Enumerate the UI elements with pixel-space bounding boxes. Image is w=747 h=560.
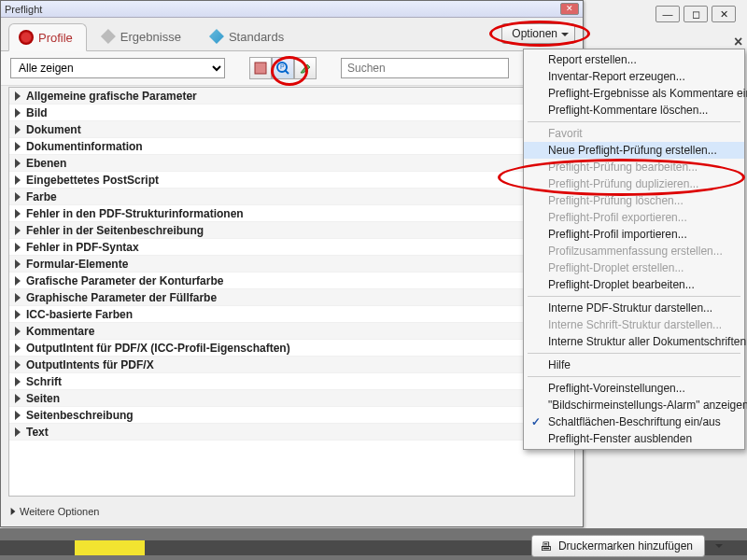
disclosure-icon <box>15 377 21 386</box>
status-strip: Druckermarken hinzufügen <box>0 528 747 560</box>
tree-row-label: Ebenen <box>26 157 66 170</box>
tree-row[interactable]: Graphische Parameter der Füllfarbe <box>9 289 574 306</box>
tree-row-label: Dokument <box>26 123 81 136</box>
disclosure-icon <box>15 276 21 286</box>
disclosure-icon <box>15 125 21 134</box>
tree-row-label: Fehler in den PDF-Strukturinformationen <box>26 207 244 220</box>
disclosure-icon <box>15 159 21 168</box>
disclosure-icon <box>15 142 21 151</box>
menu-item: Preflight-Prüfung bearbeiten... <box>524 159 744 175</box>
tree-row[interactable]: OutputIntent für PDF/X (ICC-Profil-Eigen… <box>9 340 574 357</box>
menu-item[interactable]: Neue Preflight-Prüfung erstellen... <box>524 142 744 159</box>
menu-item: Interne Schrift-Struktur darstellen... <box>524 316 744 333</box>
menu-item[interactable]: Schaltflächen-Beschriftung ein/aus <box>524 413 744 430</box>
category-tree[interactable]: Allgemeine grafische ParameterBildDokume… <box>8 87 575 497</box>
disclosure-icon <box>15 108 21 118</box>
tab-profile[interactable]: Profile <box>8 23 87 51</box>
disclosure-icon <box>15 209 21 218</box>
menu-item[interactable]: Preflight-Droplet bearbeiten... <box>524 276 744 293</box>
preflight-window: Preflight ✕ Profile Ergebnisse Standards… <box>0 0 584 527</box>
menu-item: Favorit <box>524 125 744 142</box>
menu-item[interactable]: Interne PDF-Struktur darstellen... <box>524 300 744 316</box>
menu-separator <box>528 376 740 377</box>
menu-item[interactable]: "Bildschirmeinstellungs-Alarm" anzeigen <box>524 397 744 413</box>
mode-button-2[interactable]: P <box>272 57 294 79</box>
menu-item: Preflight-Droplet erstellen... <box>524 259 744 276</box>
menu-item: Preflight-Prüfung duplizieren... <box>524 175 744 192</box>
menu-item[interactable]: Preflight-Profil importieren... <box>524 226 744 243</box>
status-bar-highlight <box>75 540 145 555</box>
tree-row[interactable]: Seiten <box>9 390 574 407</box>
close-button[interactable]: ✕ <box>712 6 736 22</box>
disclosure-icon <box>15 91 21 101</box>
mode-toolbar: P <box>249 57 317 79</box>
tree-row[interactable]: Kommentare <box>9 323 574 340</box>
tree-row[interactable]: Farbe <box>9 189 574 205</box>
search-input[interactable] <box>341 58 509 78</box>
tree-row-label: Seiten <box>26 392 60 405</box>
mode-button-3[interactable] <box>294 57 317 79</box>
more-options-toggle[interactable]: Weitere Optionen <box>10 506 99 517</box>
tree-row-label: Eingebettetes PostScript <box>26 174 159 187</box>
svg-rect-0 <box>255 63 266 74</box>
menu-separator <box>528 353 740 354</box>
tree-row[interactable]: Ebenen <box>9 155 574 172</box>
menu-item[interactable]: Report erstellen... <box>524 51 744 68</box>
tree-row[interactable]: Fehler in den PDF-Strukturinformationen <box>9 205 574 222</box>
tree-row-label: Dokumentinformation <box>26 140 143 153</box>
minimize-button[interactable]: — <box>655 6 680 22</box>
filter-select[interactable]: Alle zeigen <box>10 58 225 78</box>
tree-row[interactable]: ICC-basierte Farben <box>9 306 574 323</box>
tree-row[interactable]: Schrift <box>9 373 574 390</box>
tree-row-label: Graphische Parameter der Füllfarbe <box>26 291 217 304</box>
tree-row[interactable]: Text <box>9 424 574 441</box>
tree-row[interactable]: Eingebettetes PostScript <box>9 172 574 189</box>
disclosure-icon <box>15 310 21 319</box>
menu-separator <box>528 296 740 297</box>
tree-row-label: OutputIntent für PDF/X (ICC-Profil-Eigen… <box>26 342 290 355</box>
window-close-button[interactable]: ✕ <box>560 3 579 15</box>
add-printer-marks-label: Druckermarken hinzufügen <box>558 539 693 553</box>
tree-row[interactable]: Fehler in PDF-Syntax <box>9 239 574 256</box>
options-button[interactable]: Optionen <box>501 23 575 44</box>
tree-row-label: Seitenbeschreibung <box>26 409 134 422</box>
menu-item[interactable]: Preflight-Kommentare löschen... <box>524 102 744 119</box>
tree-row-label: Text <box>26 426 49 439</box>
menu-item[interactable]: Inventar-Report erzeugen... <box>524 68 744 85</box>
mode-button-1[interactable] <box>249 57 272 79</box>
tree-row-label: Farbe <box>26 190 57 203</box>
tab-results[interactable]: Ergebnisse <box>91 22 195 50</box>
tab-standards-label: Standards <box>229 30 284 44</box>
maximize-button[interactable]: ◻ <box>684 6 708 22</box>
menu-item[interactable]: Preflight-Fenster ausblenden <box>524 430 744 447</box>
tab-standards[interactable]: Standards <box>199 22 298 50</box>
menu-item[interactable]: Preflight-Ergebnisse als Kommentare einf… <box>524 85 744 102</box>
tree-row[interactable]: Seitenbeschreibung <box>9 407 574 424</box>
tree-row[interactable]: Dokumentinformation <box>9 138 574 155</box>
menu-item[interactable]: Interne Struktur aller Dokumentschriften… <box>524 333 744 350</box>
options-button-label: Optionen <box>512 27 557 40</box>
tree-row[interactable]: Dokument <box>9 121 574 138</box>
tree-row-label: Allgemeine grafische Parameter <box>26 90 197 103</box>
tree-row-label: Fehler in der Seitenbeschreibung <box>26 224 204 237</box>
window-title: Preflight <box>5 4 42 15</box>
add-printer-marks-button[interactable]: Druckermarken hinzufügen <box>531 535 705 557</box>
tree-row[interactable]: Formular-Elemente <box>9 256 574 273</box>
svg-text:P: P <box>280 63 285 70</box>
menu-item[interactable]: Hilfe <box>524 357 744 373</box>
menu-item[interactable]: Preflight-Voreinstellungen... <box>524 380 744 397</box>
tree-row[interactable]: OutputIntents für PDF/X <box>9 357 574 373</box>
more-options-label: Weitere Optionen <box>20 506 99 517</box>
tree-row[interactable]: Allgemeine grafische Parameter <box>9 88 574 105</box>
disclosure-icon <box>15 360 21 370</box>
disclosure-icon <box>11 508 16 515</box>
tab-results-label: Ergebnisse <box>120 30 181 44</box>
tab-bar: Profile Ergebnisse Standards Optionen <box>1 18 583 51</box>
tree-row-label: Schrift <box>26 375 62 388</box>
tree-row[interactable]: Fehler in der Seitenbeschreibung <box>9 222 574 239</box>
tree-row[interactable]: Bild <box>9 105 574 121</box>
disclosure-icon <box>15 175 21 185</box>
panel-close-x[interactable]: × <box>734 34 747 50</box>
disclosure-icon <box>15 411 21 420</box>
tree-row[interactable]: Grafische Parameter der Konturfarbe <box>9 273 574 289</box>
